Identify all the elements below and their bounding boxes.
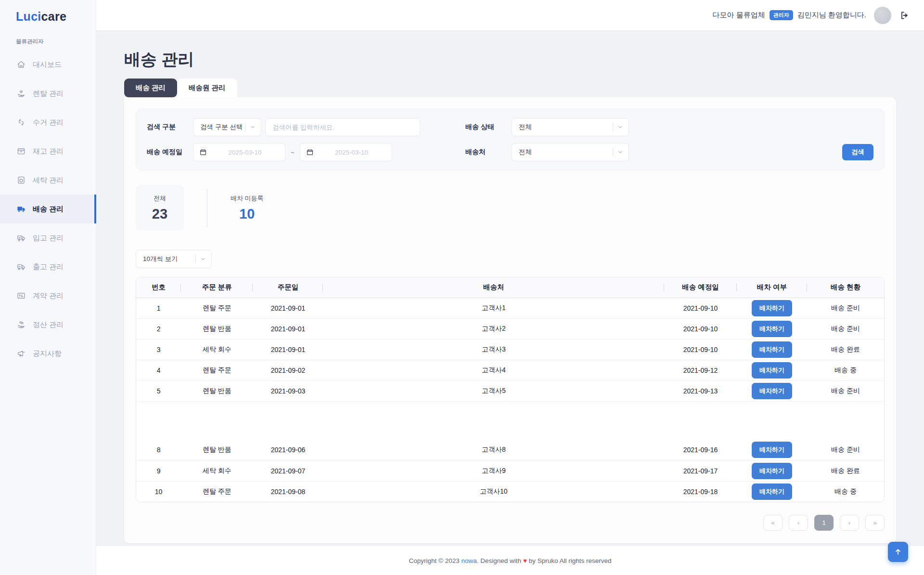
- copyright-prefix: Copyright © 2023: [409, 557, 462, 564]
- search-category-select[interactable]: 검색 구분 선택: [193, 118, 261, 136]
- sidebar-item-9[interactable]: 계약 관리: [0, 281, 96, 310]
- date-to-input[interactable]: 2025-03-10: [300, 143, 392, 161]
- assign-button[interactable]: 배차하기: [752, 341, 792, 358]
- cell-destination: 고객사9: [323, 460, 664, 481]
- assign-button[interactable]: 배차하기: [752, 463, 792, 479]
- sidebar-item-10[interactable]: 정산 관리: [0, 310, 96, 339]
- search-category-label: 검색 구분: [147, 123, 193, 131]
- prev-page-button[interactable]: ‹: [789, 515, 808, 531]
- sidebar-item-11[interactable]: 공지사항: [0, 339, 96, 368]
- assign-button[interactable]: 배차하기: [752, 321, 792, 337]
- cell-no: 8: [136, 440, 181, 460]
- cell-order-date: 2021-09-06: [253, 440, 323, 460]
- cell-destination: 고객사3: [323, 339, 664, 360]
- delivery-table: 번호주문 분류주문일배송처배송 예정일배차 여부배송 현황 1렌탈 주문2021…: [136, 277, 885, 502]
- last-page-button[interactable]: »: [865, 515, 885, 531]
- date-from-value: 2025-03-10: [211, 149, 279, 156]
- next-page-button[interactable]: ›: [840, 515, 859, 531]
- date-from-input[interactable]: 2025-03-10: [193, 143, 285, 161]
- chevron-down-icon: [249, 124, 256, 131]
- cell-order-date: 2021-09-01: [253, 318, 323, 339]
- search-panel: 검색 구분 검색 구분 선택 배송 예정일: [136, 109, 885, 170]
- app-logo[interactable]: Lucicare: [0, 0, 96, 24]
- cell-status: 배송 준비: [807, 318, 884, 339]
- sidebar-item-label: 수거 관리: [33, 118, 64, 127]
- truck-inbound-icon: [16, 233, 26, 243]
- chevron-down-icon: [617, 149, 624, 156]
- sidebar-item-8[interactable]: 출고 관리: [0, 252, 96, 281]
- sidebar-item-4[interactable]: 재고 관리: [0, 137, 96, 166]
- sidebar-item-label: 재고 관리: [33, 147, 64, 156]
- cell-destination: 고객사2: [323, 318, 664, 339]
- delivery-truck-icon: [16, 204, 26, 214]
- cell-due-date: 2021-09-10: [664, 318, 737, 339]
- settlement-hand-icon: [16, 320, 26, 329]
- assign-button[interactable]: 배차하기: [752, 383, 792, 399]
- role-badge: 관리자: [770, 10, 793, 20]
- cell-due-date: 2021-09-16: [664, 440, 737, 460]
- sidebar-item-label: 세탁 관리: [33, 176, 64, 185]
- megaphone-icon: [16, 349, 26, 358]
- cell-order-date: 2021-09-02: [253, 360, 323, 380]
- assign-button[interactable]: 배차하기: [752, 300, 792, 316]
- date-range-separator: ~: [291, 149, 295, 156]
- table-row: 9세탁 회수2021-09-07고객사92021-09-17배차하기배송 완료: [136, 460, 884, 481]
- date-to-value: 2025-03-10: [318, 149, 386, 156]
- avatar[interactable]: [874, 7, 891, 24]
- sidebar-item-5[interactable]: 세탁 관리: [0, 166, 96, 195]
- sidebar-section-label: 물류관리자: [16, 38, 96, 45]
- cell-no: 1: [136, 298, 181, 318]
- destination-select[interactable]: 전체: [512, 143, 629, 161]
- sidebar-item-label: 출고 관리: [33, 262, 64, 272]
- cell-status: 배송 완료: [807, 339, 884, 360]
- table-row: 10렌탈 주문2021-09-08고객사102021-09-18배차하기배송 중: [136, 481, 884, 502]
- stat-total-label: 전체: [154, 194, 166, 203]
- search-button[interactable]: 검색: [842, 144, 873, 160]
- delivery-status-select[interactable]: 전체: [512, 118, 629, 136]
- assign-button[interactable]: 배차하기: [752, 362, 792, 379]
- calendar-icon: [199, 148, 207, 156]
- sidebar-item-1[interactable]: 대시보드: [0, 50, 96, 79]
- cell-order-date: 2021-09-07: [253, 460, 323, 481]
- heart-icon: ♥: [523, 557, 527, 564]
- table-row: 3세탁 회수2021-09-01고객사32021-09-10배차하기배송 완료: [136, 339, 884, 360]
- footer: Copyright © 2023 nowa. Designed with ♥ b…: [96, 546, 924, 575]
- cell-no: 4: [136, 360, 181, 380]
- table-row: 4렌탈 주문2021-09-02고객사42021-09-12배차하기배송 중: [136, 360, 884, 380]
- keyword-input[interactable]: [265, 118, 420, 136]
- delivery-status-label: 배송 상태: [465, 123, 512, 131]
- logout-button[interactable]: [899, 10, 910, 21]
- cell-order-date: 2021-09-01: [253, 339, 323, 360]
- assign-button[interactable]: 배차하기: [752, 484, 792, 500]
- inventory-box-icon: [16, 146, 26, 156]
- delivery-status-value: 전체: [519, 123, 532, 131]
- cell-order-type: 렌탈 반품: [181, 380, 253, 401]
- footer-brand-link[interactable]: nowa: [462, 557, 477, 564]
- copyright-middle: . Designed with: [477, 557, 523, 564]
- first-page-button[interactable]: «: [763, 515, 783, 531]
- main-content: 배송 관리 배송 관리 배송원 관리 검색 구분 검색 구분 선택: [96, 30, 924, 543]
- sidebar-item-2[interactable]: 렌탈 관리: [0, 79, 96, 108]
- per-page-select[interactable]: 10개씩 보기: [136, 250, 212, 268]
- tab-delivery-management[interactable]: 배송 관리: [124, 78, 177, 97]
- page-number-button[interactable]: 1: [814, 515, 834, 531]
- cell-no: 3: [136, 339, 181, 360]
- stat-unassigned-label: 배차 미등록: [231, 194, 264, 203]
- cell-order-date: 2021-09-08: [253, 481, 323, 502]
- column-header: 주문 분류: [181, 277, 253, 298]
- tab-courier-management[interactable]: 배송원 관리: [177, 78, 237, 97]
- copyright-suffix: by Spruko All rights reserved: [527, 557, 612, 564]
- scroll-to-top-button[interactable]: [888, 542, 908, 562]
- cell-order-type: 렌탈 주문: [181, 360, 253, 380]
- table-header-row: 번호주문 분류주문일배송처배송 예정일배차 여부배송 현황: [136, 277, 884, 298]
- assign-button[interactable]: 배차하기: [752, 442, 792, 458]
- cell-due-date: 2021-09-10: [664, 339, 737, 360]
- table-row: 1렌탈 주문2021-09-01고객사12021-09-10배차하기배송 준비: [136, 298, 884, 318]
- content-card: 검색 구분 검색 구분 선택 배송 예정일: [124, 97, 896, 543]
- sidebar-item-6[interactable]: 배송 관리: [0, 195, 96, 223]
- cell-no: 10: [136, 481, 181, 502]
- cell-status: 배송 중: [807, 360, 884, 380]
- sidebar-item-3[interactable]: 수거 관리: [0, 108, 96, 137]
- top-header: 다모아 물류업체 관리자 김민지님 환영합니다.: [96, 0, 924, 30]
- sidebar-item-7[interactable]: 입고 관리: [0, 223, 96, 252]
